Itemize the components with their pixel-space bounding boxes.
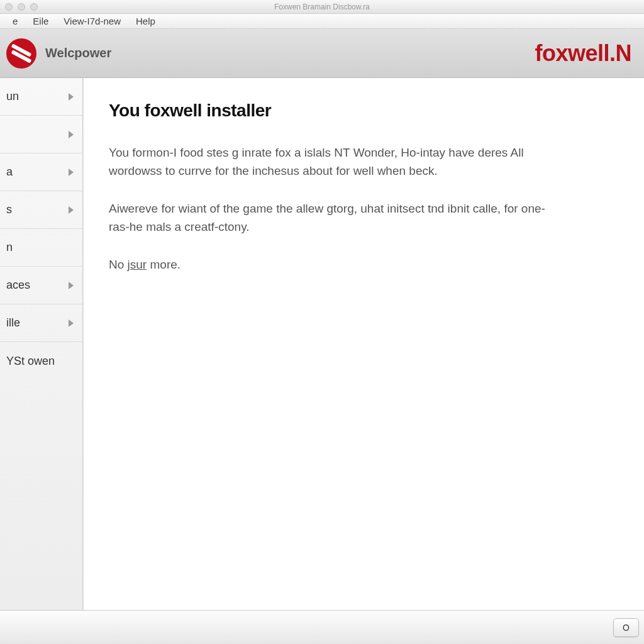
sidebar-item-label: aces — [6, 279, 30, 292]
sidebar-item-label: s — [6, 203, 12, 216]
primary-button[interactable]: O — [613, 618, 639, 637]
p3-prefix: No — [109, 258, 128, 271]
sidebar-item-label: n — [6, 241, 13, 254]
close-window-icon[interactable] — [5, 3, 13, 11]
sidebar-item-4[interactable]: n — [0, 229, 82, 267]
chevron-right-icon — [69, 319, 74, 327]
menubar: e Eile View-I7d-new Help — [0, 14, 644, 29]
chevron-right-icon — [69, 206, 74, 214]
intro-paragraph-3: No jsur more. — [109, 255, 549, 274]
sidebar: un a s n aces ille YSt owen — [0, 78, 83, 610]
app-logo-icon — [6, 38, 36, 69]
app-name: Welcpower — [45, 46, 111, 60]
sidebar-item-3[interactable]: s — [0, 191, 82, 229]
window-title: Foxwen Bramain Discbow.ra — [0, 3, 644, 11]
zoom-window-icon[interactable] — [30, 3, 38, 11]
intro-paragraph-1: You formon-I food stes g inrate fox a is… — [109, 143, 549, 180]
intro-paragraph-2: Aiwereve for wiant of the game the allew… — [109, 199, 549, 236]
minimize-window-icon[interactable] — [18, 3, 25, 11]
menu-view[interactable]: View-I7d-new — [61, 14, 123, 28]
traffic-lights — [5, 3, 38, 11]
brand-logo: foxwell.N — [535, 40, 631, 67]
footer-bar: O — [0, 610, 644, 644]
sidebar-item-6[interactable]: ille — [0, 304, 82, 342]
chevron-right-icon — [69, 282, 74, 289]
menu-file[interactable]: Eile — [30, 14, 51, 28]
logo-group: Welcpower — [6, 38, 111, 69]
sidebar-item-label: YSt owen — [6, 355, 55, 368]
window-titlebar: Foxwen Bramain Discbow.ra — [0, 0, 644, 14]
p3-link[interactable]: jsur — [128, 258, 147, 271]
chevron-right-icon — [69, 169, 74, 176]
content-panel: You foxwell installer You formon-I food … — [83, 78, 644, 610]
sidebar-item-label: a — [6, 165, 13, 179]
sidebar-item-label: un — [6, 90, 19, 103]
sidebar-item-1[interactable] — [0, 116, 82, 153]
sidebar-item-5[interactable]: aces — [0, 267, 82, 304]
menu-help[interactable]: Help — [133, 14, 158, 28]
sidebar-item-7[interactable]: YSt owen — [0, 342, 82, 380]
menu-e[interactable]: e — [10, 14, 20, 28]
p3-suffix: more. — [147, 258, 180, 271]
sidebar-item-2[interactable]: a — [0, 153, 82, 191]
chevron-right-icon — [69, 93, 74, 101]
app-header: Welcpower foxwell.N — [0, 29, 644, 78]
sidebar-item-0[interactable]: un — [0, 78, 82, 116]
page-title: You foxwell installer — [109, 101, 616, 121]
main-layout: un a s n aces ille YSt owen — [0, 78, 644, 610]
sidebar-item-label: ille — [6, 316, 20, 330]
chevron-right-icon — [69, 131, 74, 138]
